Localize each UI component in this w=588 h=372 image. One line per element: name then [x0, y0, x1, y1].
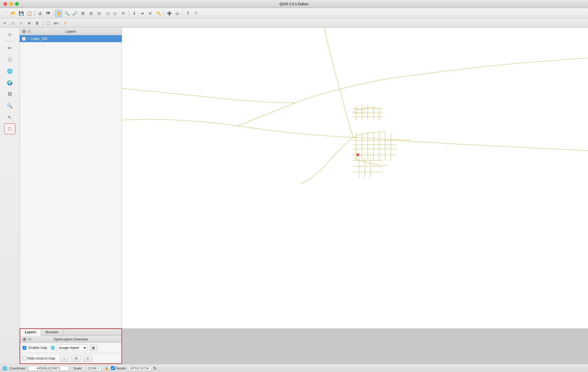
select-button[interactable]: ➜	[138, 10, 146, 17]
globe2-button[interactable]: 🌍	[4, 77, 15, 88]
left-toolbar: ⊹ ✏ ⬡ 🌐 🌍 ⛓ 🔍 ↖ □	[0, 28, 20, 364]
zoom-selection-button[interactable]: ⊟	[87, 10, 95, 17]
ctrl-button-1[interactable]: ○	[60, 355, 69, 362]
layers-panel: × ○ Layers ✓ ≡ roads_34S	[20, 28, 122, 328]
ol-header-controls: × ○	[23, 337, 32, 341]
panel-bottom-controls: Hide cross in map ○ ⊞ ⊙	[20, 353, 121, 363]
zoom-in-button[interactable]: 🔍	[63, 10, 71, 17]
save-project-button[interactable]: 💾	[17, 10, 25, 17]
separator	[164, 10, 164, 16]
layers-panel-header: × ○ Layers	[20, 28, 122, 35]
measure-button[interactable]: 📏	[155, 10, 162, 17]
ctrl-button-3[interactable]: ⊙	[83, 355, 92, 362]
layer-name-label: roads_34S	[31, 37, 47, 41]
enable-map-row: Enable map 🌐 Google Hybrid Google Street…	[20, 343, 121, 353]
add-raster-layer-button[interactable]: 🗂	[173, 10, 181, 17]
separator	[129, 10, 129, 16]
coordinate-value[interactable]: 445666,6234871	[28, 366, 69, 371]
delete-button[interactable]: 🗑	[34, 19, 41, 27]
lock-icon: 🔒	[105, 366, 109, 370]
maximize-window-button[interactable]	[15, 2, 19, 6]
render-checkbox: Render	[111, 366, 126, 370]
layers-empty-area	[20, 42, 122, 328]
map-roads-svg	[122, 28, 588, 328]
ol-close-button[interactable]: ×	[23, 337, 27, 341]
render-toggle[interactable]	[111, 366, 115, 370]
scale-value[interactable]: 1:32346 ▼	[84, 366, 101, 371]
print-composer-button[interactable]: 🗺	[44, 10, 52, 17]
main-content: ⊹ ✏ ⬡ 🌐 🌍 ⛓ 🔍 ↖ □ × ○ Layers	[0, 28, 588, 364]
refresh-button[interactable]: ↻	[120, 10, 127, 17]
pan-button[interactable]: ✋	[55, 10, 62, 17]
ctrl-button-2[interactable]: ⊞	[71, 355, 81, 362]
map-marker: ✕	[356, 152, 360, 158]
zoom-previous-button[interactable]: ◁	[103, 10, 111, 17]
map-type-select[interactable]: Google Hybrid Google Streets Google Sate…	[56, 345, 87, 351]
ol-detach-button[interactable]: ○	[28, 337, 32, 341]
paste-feature-button[interactable]: 📋	[44, 19, 52, 27]
layer-item[interactable]: ✓ ≡ roads_34S	[20, 35, 122, 42]
minimize-window-button[interactable]	[9, 2, 13, 6]
layer-visibility-checkbox[interactable]: ✓	[22, 37, 26, 41]
add-vector-layer-button[interactable]: ➕	[165, 10, 173, 17]
layers-close-button[interactable]: ×	[22, 29, 26, 34]
epsg-badge[interactable]: EPSG:32734	[128, 366, 151, 371]
hide-cross-label: Hide cross in map	[23, 356, 55, 360]
zoom-out-button[interactable]: 🔎	[71, 10, 79, 17]
openlayers-header: × ○ OpenLayers Overview	[20, 336, 121, 343]
open-project-button[interactable]: 📂	[9, 10, 17, 17]
statusbar: 🌐 Coordinate: 445666,6234871 Scale 1:323…	[0, 364, 588, 372]
annotation-button[interactable]: 📝	[60, 19, 68, 27]
layers-panel-title: Layers	[31, 29, 110, 34]
map-canvas[interactable]: ✕	[122, 28, 588, 328]
hide-cross-checkbox[interactable]	[23, 356, 26, 360]
new-project-button[interactable]: 📄	[1, 10, 9, 17]
edit-toolbar: ✏ ⬡ ⤢ ⊕ 🗑 📋 abc 📝	[0, 18, 588, 28]
node-tool-button[interactable]: ⬡	[9, 19, 17, 27]
render-label: Render	[116, 367, 126, 370]
select-features-button[interactable]: ⊹	[4, 29, 15, 40]
move-feature-button[interactable]: ⤢	[17, 19, 25, 27]
edit-pencil-button[interactable]: ✏	[1, 19, 9, 27]
tab-layers[interactable]: Layers	[20, 329, 41, 336]
tab-browser[interactable]: Browser	[41, 329, 63, 336]
separator	[53, 10, 53, 16]
center-panel: × ○ Layers ✓ ≡ roads_34S	[20, 28, 588, 364]
search-button[interactable]: 🔍	[4, 100, 15, 111]
box-button[interactable]: □	[4, 123, 15, 134]
layer-type-icon: ≡	[27, 37, 29, 40]
capture-button[interactable]: ⊕	[25, 19, 33, 27]
node-tool-sidebar-button[interactable]: ⬡	[4, 54, 15, 65]
zoom-layer-button[interactable]: ⊡	[95, 10, 103, 17]
chain-button[interactable]: ⛓	[4, 89, 15, 100]
zoom-full-button[interactable]: ⊞	[79, 10, 87, 17]
close-window-button[interactable]	[3, 2, 7, 6]
deselect-button[interactable]: ✕	[147, 10, 154, 17]
globe-button[interactable]: 🌐	[4, 66, 15, 77]
scale-dropdown-arrow[interactable]: ▼	[97, 367, 100, 370]
panel-tabs: Layers Browser	[20, 329, 121, 336]
hide-cross-text: Hide cross in map	[27, 356, 55, 360]
titlebar: QGIS 2.0.1-Dufour	[0, 0, 588, 8]
help-button[interactable]: ?	[192, 10, 200, 17]
save-as-button[interactable]: 📋	[25, 10, 33, 17]
print-button[interactable]: 🖨	[36, 10, 44, 17]
separator	[42, 20, 43, 26]
refresh-icon[interactable]: ↻	[153, 366, 157, 371]
top-row: × ○ Layers ✓ ≡ roads_34S	[20, 28, 588, 328]
label-button[interactable]: T	[184, 10, 192, 17]
zoom-next-button[interactable]: ▷	[112, 10, 119, 17]
enable-map-checkbox[interactable]	[23, 346, 26, 350]
ol-settings-button[interactable]: ⚙	[90, 345, 97, 351]
label-edit-button[interactable]: abc	[52, 19, 60, 27]
separator	[182, 10, 183, 16]
identify-button[interactable]: ℹ	[130, 10, 138, 17]
google-icon: 🌐	[51, 346, 55, 350]
sidebar-separator	[5, 41, 15, 41]
coordinate-icon: 🌐	[2, 366, 7, 371]
openlayers-panel: Layers Browser × ○ OpenLayers Overview E…	[20, 328, 122, 364]
main-toolbar: 📄 📂 💾 📋 🖨 🗺 ✋ 🔍 🔎 ⊞ ⊟ ⊡ ◁ ▷ ↻ ℹ ➜ ✕ 📏 ➕ …	[0, 8, 588, 18]
cursor-button[interactable]: ↖	[4, 112, 15, 123]
digitize-button[interactable]: ✏	[4, 42, 15, 53]
layers-detach-button[interactable]: ○	[27, 29, 31, 34]
